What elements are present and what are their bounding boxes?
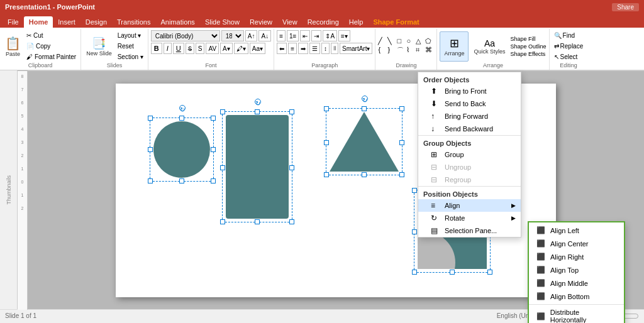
pc-handle-tl[interactable] <box>412 188 417 193</box>
share-button[interactable]: Share <box>612 3 639 11</box>
underline-button[interactable]: U <box>173 43 184 54</box>
tab-recording[interactable]: Recording <box>303 16 344 28</box>
sel-handle-left[interactable] <box>148 147 153 152</box>
shape-11[interactable]: ⌗ <box>416 46 425 55</box>
tab-shape-format[interactable]: Shape Format <box>368 16 424 28</box>
rect-handle-left[interactable] <box>220 165 225 170</box>
bring-to-front-item[interactable]: ⬆ Bring to Front <box>418 85 521 97</box>
quick-styles-button[interactable]: Aa Quick Styles <box>471 31 508 62</box>
tab-design[interactable]: Design <box>80 16 112 28</box>
shape-10[interactable]: ⌇ <box>406 46 415 55</box>
shape-5[interactable]: △ <box>416 37 425 45</box>
tab-review[interactable]: Review <box>245 16 277 28</box>
sel-handle-bl[interactable] <box>148 178 153 183</box>
send-backward-item[interactable]: ↓ Send Backward <box>418 123 521 135</box>
format-painter-button[interactable]: 🖌Format Painter <box>25 52 78 62</box>
shadow-button[interactable]: S <box>196 43 205 54</box>
shape-outline-button[interactable]: Shape Outline <box>511 43 547 50</box>
find-button[interactable]: 🔍Find <box>552 31 586 40</box>
pc-handle-bottom[interactable] <box>450 270 455 275</box>
align-left-item[interactable]: ⬛ Align Left <box>529 224 624 237</box>
rect-handle-top[interactable] <box>255 109 260 114</box>
shape-effects-button[interactable]: Shape Effects <box>511 51 547 57</box>
italic-button[interactable]: I <box>164 43 172 54</box>
tab-file[interactable]: File <box>3 16 24 28</box>
sel-handle-tr[interactable] <box>211 116 216 121</box>
rect-handle-br[interactable] <box>289 219 294 224</box>
paste-button[interactable]: 📋 Paste <box>3 31 23 62</box>
decrease-indent[interactable]: ⇤ <box>300 30 310 41</box>
sel-handle-right[interactable] <box>211 147 216 152</box>
text-direction[interactable]: ⇕A <box>323 30 337 41</box>
numbering-button[interactable]: 1≡ <box>287 30 299 41</box>
tri-handle-br[interactable] <box>399 172 404 177</box>
tri-handle-bl[interactable] <box>324 172 329 177</box>
shape-8[interactable]: } <box>387 46 396 55</box>
strikethrough-button[interactable]: S̶ <box>186 43 194 54</box>
tab-animations[interactable]: Animations <box>155 16 199 28</box>
shape-4[interactable]: ○ <box>406 37 415 45</box>
sel-handle-bottom[interactable] <box>179 178 184 183</box>
bring-forward-item[interactable]: ↑ Bring Forward <box>418 110 521 123</box>
sel-handle-tl[interactable] <box>148 116 153 121</box>
send-to-back-item[interactable]: ⬇ Send to Back <box>418 97 521 110</box>
copy-button[interactable]: 📄Copy <box>25 41 78 51</box>
pc-handle-left[interactable] <box>412 229 417 234</box>
tri-handle-right[interactable] <box>399 140 404 145</box>
sel-handle-br[interactable] <box>211 178 216 183</box>
font-size-select[interactable]: 18 <box>221 30 244 41</box>
align-text[interactable]: ≡▾ <box>338 30 350 41</box>
tab-slideshow[interactable]: Slide Show <box>200 16 245 28</box>
tri-handle-tr[interactable] <box>399 106 404 111</box>
tab-view[interactable]: View <box>277 16 303 28</box>
columns[interactable]: ⫴ <box>331 43 338 54</box>
align-bottom-item[interactable]: ⬛ Align Bottom <box>529 290 624 303</box>
align-middle-item[interactable]: ⬛ Align Middle <box>529 276 624 290</box>
align-top-item[interactable]: ⬛ Align Top <box>529 263 624 276</box>
rect-handle-right[interactable] <box>289 165 294 170</box>
font-case-button[interactable]: Aa▾ <box>250 43 265 54</box>
rect-handle-tl[interactable] <box>220 109 225 114</box>
rect-handle-bl[interactable] <box>220 219 225 224</box>
tri-handle-left[interactable] <box>324 140 329 145</box>
select-button[interactable]: ↖Select <box>552 52 586 62</box>
line-spacing[interactable]: ↕ <box>321 43 330 54</box>
layout-button[interactable]: Layout ▾ <box>116 31 145 40</box>
font-shrink-button[interactable]: A↓ <box>258 30 271 41</box>
font-family-select[interactable]: Calibri (Body) <box>151 30 220 41</box>
shape-2[interactable]: ╲ <box>387 37 396 45</box>
sel-handle-top[interactable] <box>179 116 184 121</box>
tab-transitions[interactable]: Transitions <box>112 16 155 28</box>
shape-9[interactable]: ⌒ <box>397 46 406 55</box>
pc-handle-br[interactable] <box>487 270 492 275</box>
font-grow-button[interactable]: A↑ <box>245 30 258 41</box>
pc-handle-bl[interactable] <box>412 270 417 275</box>
rect-handle-bottom[interactable] <box>255 219 260 224</box>
shape-6[interactable]: ⬠ <box>425 37 434 45</box>
reset-button[interactable]: Reset <box>116 41 145 51</box>
right-align[interactable]: ➡ <box>298 43 308 54</box>
center-align[interactable]: ≡ <box>288 43 297 54</box>
font-color-button[interactable]: A▾ <box>220 43 233 54</box>
circle-shape[interactable] <box>153 121 210 178</box>
distribute-h-item[interactable]: ⬛ Distribute Horizontally <box>529 306 624 323</box>
tri-handle-bottom[interactable] <box>362 172 367 177</box>
shape-12[interactable]: ⌘ <box>425 46 434 55</box>
selection-pane-item[interactable]: ▤ Selection Pane... <box>418 224 521 237</box>
tri-handle-tl[interactable] <box>324 106 329 111</box>
replace-button[interactable]: ⇄Replace <box>552 41 586 51</box>
char-spacing-button[interactable]: AV <box>206 43 219 54</box>
tab-help[interactable]: Help <box>344 16 369 28</box>
cut-button[interactable]: ✂Cut <box>25 31 78 40</box>
align-right-item[interactable]: ⬛ Align Right <box>529 250 624 263</box>
highlight-button[interactable]: 🖍▾ <box>234 43 248 54</box>
smartart[interactable]: SmartArt▾ <box>340 43 372 54</box>
increase-indent[interactable]: ⇥ <box>311 30 321 41</box>
shape-1[interactable]: ╱ <box>378 37 387 45</box>
tri-handle-top[interactable] <box>362 106 367 111</box>
rotate-item[interactable]: ↻ Rotate ▶ <box>418 212 521 224</box>
shape-7[interactable]: { <box>378 46 387 55</box>
bold-button[interactable]: B <box>151 43 162 54</box>
section-button[interactable]: Section ▾ <box>116 52 145 62</box>
group-item[interactable]: ⊞ Group <box>418 148 521 161</box>
